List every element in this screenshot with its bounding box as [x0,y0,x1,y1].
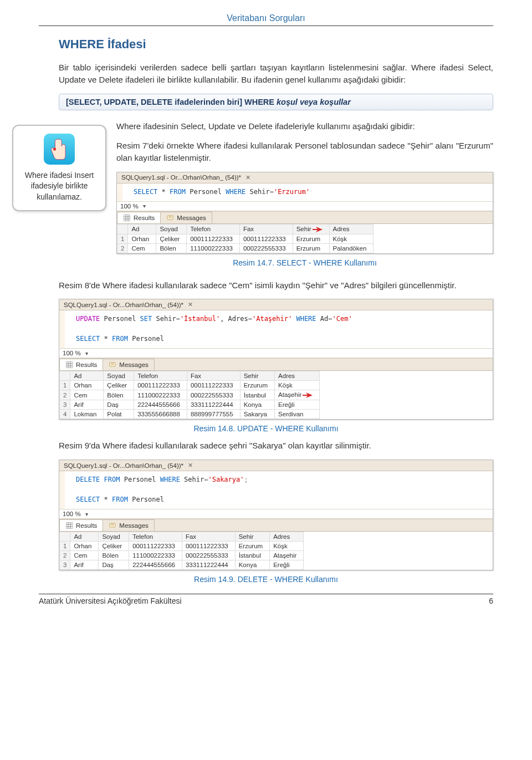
column-header: Ad [70,371,104,381]
footer-page-number: 6 [489,596,493,605]
caption-14-8: Resim 14.8. UPDATE - WHERE Kullanımı [39,424,493,433]
header-rule [39,25,493,26]
syntax-prefix: [SELECT, UPDATE, DELETE ifadelerinden bi… [66,98,277,106]
table-row: 1OrhanÇeliker000111222333000111222333Erz… [60,381,320,390]
chevron-down-icon[interactable]: ▾ [143,203,146,209]
messages-icon [166,214,174,222]
column-header: Ad [128,224,156,234]
sql-screenshot-3: SQLQuery1.sql - Or...Orhan\Orhan_ (54))*… [59,460,493,570]
column-header: Fax [239,224,293,234]
zoom-bar[interactable]: 100 % ▾ [117,201,493,211]
callout-text: Where ifadesi Insert ifadesiyle birlikte… [19,170,100,203]
zoom-level: 100 % [63,350,81,356]
sql-editor[interactable]: DELETE FROM Personel WHERE Sehir='Sakary… [59,471,493,509]
sql-editor[interactable]: UPDATE Personel SET Sehir='İstanbul', Ad… [59,310,493,348]
zoom-bar[interactable]: 100 % ▾ [59,348,493,358]
paragraph-usage-intro: Where ifadesinin Select, Update ve Delet… [116,120,493,132]
tab-messages-label: Messages [177,215,206,221]
query-tab[interactable]: SQLQuery1.sql - Or...Orhan\Orhan_ (54))*… [59,299,493,310]
results-grid: AdSoyadTelefonFaxSehirAdres1OrhanÇeliker… [117,223,493,253]
sql-screenshot-2: SQLQuery1.sql - Or...Orhan\Orhan_ (54))*… [59,299,493,420]
chevron-down-icon[interactable]: ▾ [85,511,88,517]
svg-marker-9 [313,227,323,232]
tab-results-label: Results [134,215,155,221]
paragraph-resim9: Resim 9'da Where ifadesi kullanılarak sa… [59,440,493,452]
column-header: Adres [270,532,304,542]
table-row: 4LokmanPolat333555666888888999777555Saka… [60,410,320,419]
table-row: 1OrhanÇeliker000111222333000111222333Erz… [60,542,304,551]
results-grid: AdSoyadTelefonFaxSehirAdres1OrhanÇeliker… [59,370,493,419]
tab-results[interactable]: Results [117,212,161,223]
close-icon[interactable]: ✕ [187,462,194,469]
close-icon[interactable]: ✕ [187,301,194,308]
table-row: 2CemBölen111000222333000222555333Erzurum… [117,243,374,253]
svg-rect-1 [124,215,130,221]
caption-14-7: Resim 14.7. SELECT - WHERE Kullanımı [116,258,493,267]
caption-14-9: Resim 14.9. DELETE - WHERE Kullanımı [39,575,493,584]
tab-results-label: Results [76,522,97,529]
results-tabs: Results Messages [117,211,493,223]
column-header: Sehir [235,532,269,542]
column-header: Fax [182,532,235,542]
results-tabs: Results Messages [59,519,493,531]
tab-results-label: Results [76,361,97,368]
column-header: Ad [70,532,99,542]
query-tab-label: SQLQuery1.sql - Or...Orhan\Orhan_ (54))* [64,302,183,308]
page-footer: Atatürk Üniversitesi Açıköğretim Fakülte… [39,594,493,605]
query-tab[interactable]: SQLQuery1.sql - Or...Orhan\Orhan_ (54))*… [59,460,493,471]
zoom-level: 100 % [120,203,139,210]
sql-editor[interactable]: SELECT * FROM Personel WHERE Sehir='Erzu… [117,183,493,201]
footer-institution: Atatürk Üniversitesi Açıköğretim Fakülte… [39,596,182,605]
query-tab-label: SQLQuery1.sql - Or...Orhan\Orhan_ (54))* [64,462,183,469]
messages-icon [109,522,116,529]
grid-icon [65,522,73,529]
sql-screenshot-1: SQLQuery1.sql - Or...Orhan\Orhan_ (54))*… [116,172,493,254]
callout-box: Where ifadesi Insert ifadesiyle birlikte… [12,125,106,212]
pointer-icon [44,134,75,165]
syntax-italic: koşul veya koşullar [277,98,351,106]
tab-messages[interactable]: Messages [103,359,154,370]
svg-rect-19 [66,522,73,529]
column-header: Telefon [129,532,182,542]
column-header: Telefon [187,224,240,234]
table-row: 3ArifDaş222444555666333111222444KonyaEre… [60,560,304,570]
syntax-box: [SELECT, UPDATE, DELETE ifadelerinden bi… [59,94,493,110]
zoom-level: 100 % [63,511,81,517]
results-tabs: Results Messages [59,358,493,370]
paragraph-resim7: Resim 7'deki örnekte Where ifadesi kulla… [116,140,493,164]
paragraph-resim8: Resim 8'de Where ifadesi kullanılarak sa… [59,279,493,292]
tab-messages-label: Messages [119,361,148,368]
column-header: Adres [275,371,320,381]
table-row: 2CemBölen111000222333000222555333İstanbu… [60,551,304,560]
column-header: Soyad [99,532,129,542]
column-header: Sehir [240,371,274,381]
tab-messages[interactable]: Messages [160,212,212,223]
red-arrow-icon [303,391,313,399]
table-row: 2CemBölen111000222333000222555333İstanbu… [60,390,320,400]
table-row: 3ArifDaş222444555666333111222444KonyaEre… [60,400,320,410]
column-header: Telefon [134,371,187,381]
query-tab-label: SQLQuery1.sql - Or...Orhan\Orhan_ (54))* [121,174,241,181]
tab-results[interactable]: Results [59,519,103,531]
paragraph-intro: Bir tablo içerisindeki verilerden sadece… [59,62,493,86]
results-grid: AdSoyadTelefonFaxSehirAdres1OrhanÇeliker… [59,531,493,570]
column-header: Adres [329,224,374,234]
grid-icon [65,361,73,369]
column-header: Sehir [293,224,329,234]
grid-icon [123,214,131,222]
table-row: 1OrhanÇeliker000111222333000111222333Erz… [117,234,374,243]
chevron-down-icon[interactable]: ▾ [85,350,88,356]
red-arrow-icon [313,226,323,233]
column-header: Soyad [156,224,187,234]
zoom-bar[interactable]: 100 % ▾ [59,509,493,519]
column-header: Fax [187,371,240,381]
close-icon[interactable]: ✕ [244,174,252,181]
tab-messages-label: Messages [119,522,148,529]
tab-messages[interactable]: Messages [103,519,154,531]
svg-rect-10 [66,361,73,368]
query-tab[interactable]: SQLQuery1.sql - Or...Orhan\Orhan_ (54))*… [117,172,493,183]
tab-results[interactable]: Results [59,359,103,370]
svg-marker-18 [303,392,313,398]
messages-icon [109,361,116,369]
svg-point-0 [53,147,56,150]
